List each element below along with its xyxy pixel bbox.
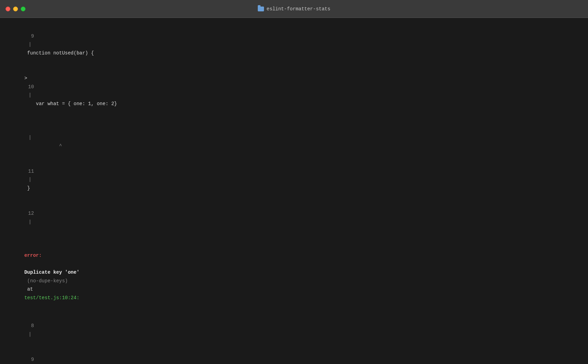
line-sep: | [26, 42, 34, 47]
title-bar: eslint-formatter-stats [0, 0, 588, 18]
title-text: eslint-formatter-stats [267, 6, 331, 12]
line-number: 12 [24, 209, 34, 218]
line-sep: | [26, 332, 31, 337]
caret-line: | ^ [7, 117, 581, 159]
error-at: at [24, 286, 36, 292]
error-rule: (no-dupe-keys) [24, 278, 68, 284]
error-message-bold: Duplicate key 'one' [24, 270, 79, 275]
window-title: eslint-formatter-stats [258, 6, 331, 12]
code-line: 11 | } [7, 159, 581, 201]
error-header: error: Duplicate key 'one' (no-dupe-keys… [7, 243, 581, 311]
close-button[interactable] [6, 7, 10, 11]
current-indicator: > [24, 75, 27, 81]
error-label: error: [24, 253, 41, 258]
line-sep: | [26, 219, 31, 225]
terminal-content: 9 | function notUsed(bar) { > 10 | var w… [0, 18, 588, 364]
line-number: 11 [24, 167, 34, 176]
line-number: 10 [24, 83, 34, 91]
folder-icon [258, 7, 264, 11]
error-code-line-9: 9 | function notUsed(bar) { [7, 347, 581, 364]
error-block: error: Duplicate key 'one' (no-dupe-keys… [7, 243, 581, 364]
minimize-button[interactable] [13, 7, 18, 11]
error-code-line-8: 8 | [7, 313, 581, 347]
error-message [24, 261, 27, 267]
line-content: var what = { one: 1, one: 2} [24, 101, 117, 107]
maximize-button[interactable] [21, 7, 26, 11]
error-location: test/test.js:10:24: [24, 295, 79, 301]
line-number: 9 [24, 32, 34, 41]
line-sep: | [26, 177, 34, 182]
line-content: } [24, 185, 30, 191]
line-sep: | [26, 135, 34, 140]
line-number [24, 125, 34, 133]
line-number: 8 [24, 322, 34, 330]
first-code-block: 9 | function notUsed(bar) { > 10 | var w… [7, 23, 581, 235]
code-line: 12 | [7, 201, 581, 235]
traffic-lights [6, 7, 26, 11]
code-line: 9 | function notUsed(bar) { [7, 23, 581, 66]
caret-content: ^ [24, 143, 62, 149]
code-line-current: > 10 | var what = { one: 1, one: 2} [7, 66, 581, 117]
line-number: 9 [24, 355, 34, 364]
line-sep: | [26, 92, 34, 98]
line-content: function notUsed(bar) { [24, 50, 94, 56]
